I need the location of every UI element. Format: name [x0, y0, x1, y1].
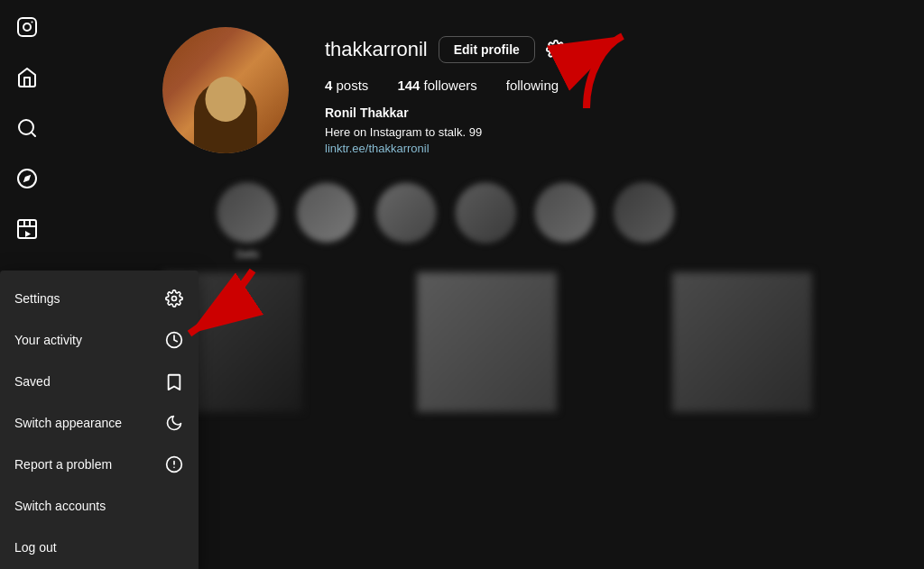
svg-marker-11	[25, 231, 31, 237]
svg-point-2	[32, 22, 33, 23]
switch-accounts-icon	[164, 496, 184, 516]
svg-point-16	[172, 297, 177, 301]
profile-username: thakkarronil	[325, 38, 428, 61]
svg-rect-0	[18, 18, 36, 36]
edit-profile-button[interactable]: Edit profile	[439, 36, 535, 63]
profile-bio: Here on Instagram to stalk. 99	[325, 124, 888, 142]
search-icon[interactable]	[14, 115, 40, 141]
instagram-icon[interactable]	[14, 14, 40, 40]
dropdown-menu: Settings Your activity Saved Switch appe…	[0, 271, 199, 569]
profile-full-name: Ronil Thakkar	[325, 106, 888, 120]
post-thumbnail-3[interactable]	[672, 272, 812, 412]
profile-stats: 4 posts 144 followers following	[325, 78, 888, 93]
svg-point-15	[553, 47, 559, 52]
explore-icon[interactable]	[14, 166, 40, 191]
menu-item-switch-accounts[interactable]: Switch accounts	[0, 485, 199, 527]
highlight-item-6[interactable]	[614, 182, 675, 260]
settings-icon	[164, 289, 184, 308]
home-icon[interactable]	[14, 65, 40, 90]
svg-point-1	[23, 23, 31, 31]
post-thumbnail-2[interactable]	[417, 272, 557, 412]
report-icon	[164, 454, 184, 474]
posts-grid	[162, 272, 924, 412]
highlight-item-4[interactable]	[455, 182, 516, 260]
posts-stat: 4 posts	[325, 78, 368, 93]
highlight-item-5[interactable]	[534, 182, 596, 260]
menu-item-switch-appearance[interactable]: Switch appearance	[0, 402, 199, 444]
reels-icon[interactable]	[14, 216, 40, 242]
menu-item-settings[interactable]: Settings	[0, 278, 199, 319]
profile-info: thakkarronil Edit profile 4 posts 144 fo…	[325, 27, 888, 155]
bookmark-icon	[164, 372, 184, 391]
settings-gear-button[interactable]	[546, 40, 566, 60]
menu-item-log-out[interactable]: Log out	[0, 527, 199, 568]
highlight-item-delhi[interactable]: Delhi	[217, 182, 278, 260]
menu-item-report-problem[interactable]: Report a problem	[0, 444, 199, 485]
logout-icon	[164, 537, 184, 557]
avatar	[162, 27, 289, 153]
following-stat[interactable]: following	[506, 78, 559, 93]
followers-stat[interactable]: 144 followers	[397, 78, 476, 93]
menu-item-your-activity[interactable]: Your activity	[0, 319, 199, 361]
profile-username-row: thakkarronil Edit profile	[325, 36, 888, 63]
menu-item-saved[interactable]: Saved	[0, 361, 199, 402]
highlights-row: Delhi	[54, 173, 924, 269]
moon-icon	[164, 413, 184, 433]
svg-marker-6	[23, 175, 31, 182]
svg-line-4	[32, 133, 35, 136]
highlight-item-2[interactable]	[296, 182, 357, 260]
highlight-item-3[interactable]	[375, 182, 437, 260]
profile-link[interactable]: linktr.ee/thakkarronil	[325, 142, 888, 155]
profile-header: thakkarronil Edit profile 4 posts 144 fo…	[54, 0, 924, 173]
activity-icon	[164, 330, 184, 350]
